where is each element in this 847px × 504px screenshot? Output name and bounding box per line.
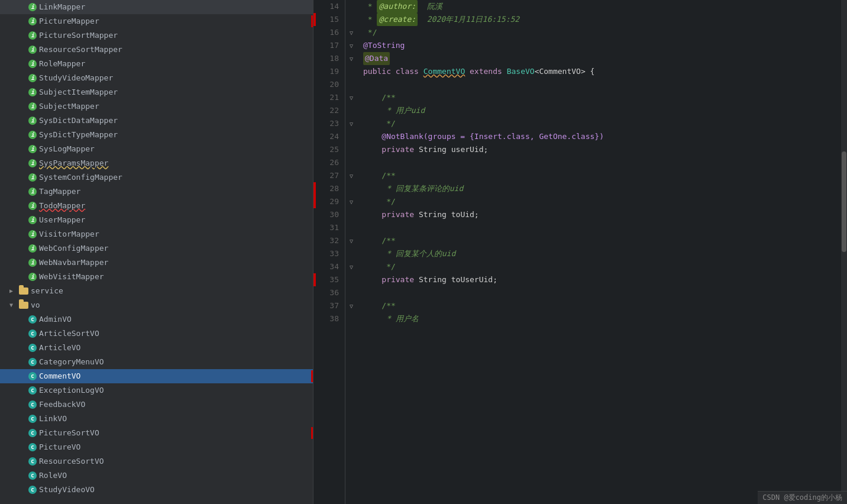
- gutter-empty: [345, 182, 357, 195]
- interface-icon: i: [28, 159, 37, 167]
- sidebar-item-CommentVO[interactable]: c CommentVO: [0, 369, 313, 383]
- sidebar-item-SysParamsMapper[interactable]: i SysParamsMapper: [0, 156, 313, 170]
- sidebar-item-SysLogMapper[interactable]: i SysLogMapper: [0, 142, 313, 156]
- line-num: 30: [316, 208, 339, 221]
- line-num: 19: [316, 65, 339, 78]
- line-num: 37: [316, 299, 339, 312]
- sidebar-item-label: CategoryMenuVO: [39, 356, 104, 368]
- sidebar-item-SubjectMapper[interactable]: i SubjectMapper: [0, 99, 313, 114]
- code-line-38: * 用户名: [363, 312, 841, 325]
- gutter-collapse[interactable]: ▽: [345, 234, 357, 247]
- sidebar-item-label: PictureSortVO: [39, 427, 99, 439]
- line-num: 18: [316, 52, 339, 65]
- sidebar-item-FeedbackVO[interactable]: c FeedbackVO: [0, 398, 313, 412]
- sidebar-item-ArticleVO[interactable]: c ArticleVO: [0, 341, 313, 355]
- gutter-collapse[interactable]: ▽: [345, 26, 357, 39]
- sidebar-item-ExceptionLogVO[interactable]: c ExceptionLogVO: [0, 383, 313, 398]
- interface-icon: i: [28, 188, 37, 196]
- sidebar-item-StudyVideoVO[interactable]: c StudyVideoVO: [0, 483, 313, 497]
- sidebar-item-PictureMapper[interactable]: i PictureMapper: [0, 14, 313, 28]
- sidebar-item-UserMapper[interactable]: i UserMapper: [0, 213, 313, 227]
- gutter-empty: [345, 78, 357, 91]
- class-icon: c: [28, 315, 37, 324]
- sidebar-item-label: LinkMapper: [39, 1, 85, 13]
- interface-icon: i: [28, 31, 37, 40]
- sidebar-item-ResourceSortMapper[interactable]: i ResourceSortMapper: [0, 43, 313, 57]
- sidebar-item-SysDictTypeMapper[interactable]: i SysDictTypeMapper: [0, 128, 313, 142]
- line-num: 14: [316, 0, 339, 13]
- code-line-35: private String toUserUid;: [363, 273, 841, 286]
- class-icon: c: [28, 344, 37, 352]
- gutter-collapse[interactable]: ▽: [345, 260, 357, 273]
- interface-icon: i: [28, 145, 37, 153]
- sidebar-item-ResourceSortVO[interactable]: c ResourceSortVO: [0, 454, 313, 469]
- line-num: 26: [316, 156, 339, 169]
- sidebar-item-WebVisitMapper[interactable]: i WebVisitMapper: [0, 270, 313, 284]
- line-num: 15: [316, 13, 339, 26]
- gutter-collapse[interactable]: ▽: [345, 52, 357, 65]
- code-line-21: /**: [363, 91, 841, 104]
- code-line-36: [363, 286, 841, 299]
- line-num: 29: [316, 195, 339, 208]
- gutter-empty: [345, 143, 357, 156]
- sidebar-item-SubjectItemMapper[interactable]: i SubjectItemMapper: [0, 85, 313, 99]
- gutter-collapse[interactable]: ▽: [345, 91, 357, 104]
- sidebar-item-SystemConfigMapper[interactable]: i SystemConfigMapper: [0, 170, 313, 185]
- sidebar-item-PictureSortVO[interactable]: c PictureSortVO: [0, 426, 313, 440]
- gutter-collapse[interactable]: ▽: [345, 195, 357, 208]
- interface-icon: i: [28, 3, 37, 11]
- sidebar-item-PictureVO[interactable]: c PictureVO: [0, 440, 313, 454]
- sidebar-item-ArticleSortVO[interactable]: c ArticleSortVO: [0, 327, 313, 341]
- code-line-37: /**: [363, 299, 841, 312]
- line-numbers: 14 15 16 17 18 19 20 21 22 23 24 25 26 2…: [316, 0, 345, 504]
- sidebar-item-label: VisitorMapper: [39, 228, 99, 240]
- gutter-collapse[interactable]: ▽: [345, 117, 357, 130]
- code-line-23: */: [363, 117, 841, 130]
- sidebar-item-label: PictureMapper: [39, 15, 99, 27]
- class-icon: c: [28, 329, 37, 338]
- sidebar-item-label: WebNavbarMapper: [39, 257, 108, 269]
- code-line-32: /**: [363, 234, 841, 247]
- code-area[interactable]: * @author: 阮溪 * @create: 2020年1月11日16:15…: [357, 0, 841, 504]
- sidebar-item-label: RoleVO: [39, 470, 67, 482]
- sidebar-item-WebConfigMapper[interactable]: i WebConfigMapper: [0, 241, 313, 256]
- sidebar-item-SysDictDataMapper[interactable]: i SysDictDataMapper: [0, 114, 313, 128]
- editor-scrollbar[interactable]: [841, 0, 847, 504]
- line-num: 38: [316, 312, 339, 325]
- sidebar-item-RoleMapper[interactable]: i RoleMapper: [0, 57, 313, 71]
- sidebar-item-CategoryMenuVO[interactable]: c CategoryMenuVO: [0, 355, 313, 369]
- sidebar-item-label: SysLogMapper: [39, 143, 95, 155]
- sidebar-item-vo[interactable]: vo: [0, 298, 313, 312]
- sidebar-item-RoleVO[interactable]: c RoleVO: [0, 469, 313, 483]
- code-line-16: */: [363, 26, 841, 39]
- sidebar-item-AdminVO[interactable]: c AdminVO: [0, 312, 313, 327]
- sidebar: i LinkMapper i PictureMapper i PictureSo…: [0, 0, 313, 504]
- sidebar-item-VisitorMapper[interactable]: i VisitorMapper: [0, 227, 313, 241]
- class-icon: c: [28, 457, 37, 466]
- gutter-empty: [345, 156, 357, 169]
- sidebar-item-LinkVO[interactable]: c LinkVO: [0, 412, 313, 426]
- sidebar-item-WebNavbarMapper[interactable]: i WebNavbarMapper: [0, 256, 313, 270]
- line-num: 22: [316, 104, 339, 117]
- gutter-collapse[interactable]: ▽: [345, 39, 357, 52]
- gutter-collapse[interactable]: ▽: [345, 169, 357, 182]
- sidebar-item-label: TodoMapper: [39, 200, 85, 212]
- sidebar-item-TodoMapper[interactable]: i TodoMapper: [0, 199, 313, 213]
- sidebar-item-LinkMapper[interactable]: i LinkMapper: [0, 0, 313, 14]
- interface-icon: i: [28, 117, 37, 125]
- code-line-25: private String userUid;: [363, 143, 841, 156]
- sidebar-item-label: WebVisitMapper: [39, 271, 104, 283]
- sidebar-item-StudyVideoMapper[interactable]: i StudyVideoMapper: [0, 71, 313, 85]
- bottom-bar-text: CSDN @爱coding的小杨: [762, 493, 842, 502]
- sidebar-item-label: ResourceSortVO: [39, 455, 104, 467]
- sidebar-item-label: ArticleVO: [39, 342, 80, 354]
- code-line-22: * 用户uid: [363, 104, 841, 117]
- sidebar-item-PictureSortMapper[interactable]: i PictureSortMapper: [0, 28, 313, 43]
- line-num: 16: [316, 26, 339, 39]
- gutter-collapse[interactable]: ▽: [345, 299, 357, 312]
- sidebar-item-service[interactable]: service: [0, 284, 313, 298]
- sidebar-item-TagMapper[interactable]: i TagMapper: [0, 185, 313, 199]
- line-num: 23: [316, 117, 339, 130]
- chevron-down-icon: [9, 299, 18, 311]
- interface-icon: i: [28, 131, 37, 139]
